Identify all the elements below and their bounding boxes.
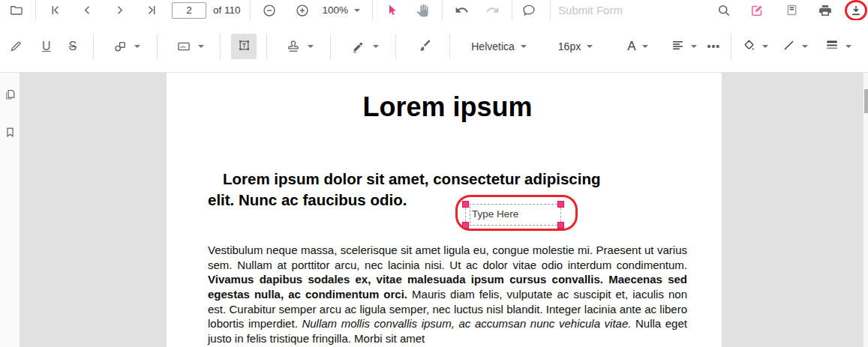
print-button[interactable]: [815, 1, 835, 20]
font-family-dropdown[interactable]: Helvetica: [471, 40, 527, 52]
form-edit-icon: [749, 3, 764, 18]
chevron-down-icon: [642, 45, 648, 48]
hand-icon: [416, 4, 429, 17]
download-button[interactable]: [848, 2, 864, 19]
underline-button[interactable]: U: [42, 40, 51, 53]
first-page-button[interactable]: [45, 1, 65, 20]
fill-color-icon: [742, 38, 756, 55]
next-page-button[interactable]: [110, 1, 129, 20]
resize-handle-bottom-right[interactable]: [557, 222, 564, 229]
draw-tool-button[interactable]: [6, 37, 26, 56]
type-here-field[interactable]: Type Here: [465, 204, 561, 226]
search-button[interactable]: [714, 1, 734, 20]
page-number-input[interactable]: [172, 2, 206, 19]
bookmark-icon: [4, 126, 17, 139]
body-text-normal: Vestibulum neque massa, scelerisque sit …: [208, 244, 687, 271]
type-here-label: Type Here: [472, 208, 518, 220]
divider: [250, 0, 251, 20]
notes-button[interactable]: [782, 1, 801, 20]
shapes-icon: [112, 37, 128, 56]
document-title: Lorem ipsum: [208, 92, 687, 122]
align-dropdown[interactable]: [671, 38, 697, 55]
chevron-down-icon: [845, 45, 851, 48]
pencil-icon: [9, 39, 23, 53]
pan-tool-button[interactable]: [413, 1, 432, 20]
zoom-in-button[interactable]: [293, 1, 312, 20]
resize-handle-top-right[interactable]: [557, 201, 564, 208]
brush-tool-button[interactable]: [415, 37, 434, 56]
folder-icon: [9, 3, 23, 17]
undo-button[interactable]: [452, 1, 471, 20]
signature-pen-icon: [350, 37, 367, 56]
chevron-down-icon: [802, 45, 808, 48]
last-page-button[interactable]: [142, 1, 161, 20]
bookmarks-panel-button[interactable]: [2, 124, 18, 140]
zoom-in-icon: [295, 3, 310, 18]
last-page-icon: [145, 3, 159, 17]
divider: [266, 34, 267, 59]
document-icon: [785, 3, 799, 17]
divider: [330, 34, 331, 59]
chevron-left-icon: [80, 3, 95, 17]
chevron-down-icon: [373, 45, 379, 48]
divider: [442, 0, 443, 20]
line-weight-icon: [824, 37, 839, 55]
submit-form-button[interactable]: Submit Form: [558, 4, 623, 16]
chevron-down-icon: [354, 9, 360, 12]
image-icon: [176, 37, 192, 56]
divider: [449, 34, 450, 59]
line-tool-dropdown[interactable]: [782, 38, 808, 55]
undo-icon: [455, 3, 469, 17]
chevron-down-icon: [308, 45, 314, 48]
zoom-out-button[interactable]: [260, 1, 279, 20]
select-cursor-icon: [385, 3, 399, 17]
font-size-value: 16px: [558, 40, 581, 52]
comment-tool-button[interactable]: [519, 1, 539, 20]
annotation-circle-download: [845, 0, 867, 21]
divider: [93, 34, 94, 59]
printer-icon: [818, 3, 833, 18]
line-icon: [782, 38, 796, 55]
stamp-dropdown[interactable]: [285, 37, 314, 56]
textbox-tool-button[interactable]: [231, 34, 257, 59]
font-size-dropdown[interactable]: 16px: [558, 40, 593, 52]
divider: [395, 34, 396, 59]
font-color-icon: A: [627, 39, 635, 54]
fill-color-dropdown[interactable]: [742, 38, 768, 55]
divider: [35, 0, 36, 20]
page-count-label: of 110: [213, 4, 241, 16]
thumbnails-panel-button[interactable]: [2, 86, 18, 103]
font-color-dropdown[interactable]: A: [627, 39, 647, 54]
textbox-icon: [236, 37, 252, 55]
more-options-button[interactable]: •••: [707, 40, 721, 52]
divider: [220, 34, 221, 59]
redo-button[interactable]: [482, 1, 502, 20]
signature-dropdown[interactable]: [350, 37, 379, 56]
format-toolbar: U S Helvetica: [0, 20, 868, 73]
select-tool-button[interactable]: [382, 1, 401, 20]
heading-line-2: elit. Nunc ac faucibus odio.: [208, 190, 687, 211]
document-heading: Lorem ipsum dolor sit amet, consectetur …: [208, 169, 687, 210]
main-toolbar: of 110 100% Submit Form: [0, 0, 868, 20]
resize-handle-bottom-left[interactable]: [462, 222, 469, 229]
form-edit-button[interactable]: [747, 1, 767, 20]
scrollbar[interactable]: [863, 73, 868, 347]
brush-icon: [417, 39, 432, 54]
shapes-dropdown[interactable]: [112, 37, 140, 56]
previous-page-button[interactable]: [77, 1, 97, 20]
pages-panel-button[interactable]: [6, 1, 26, 20]
chevron-down-icon: [134, 45, 140, 48]
scrollbar-thumb[interactable]: [864, 89, 868, 113]
chevron-right-icon: [113, 3, 127, 17]
divider: [372, 0, 373, 20]
line-weight-dropdown[interactable]: [824, 37, 851, 55]
image-dropdown[interactable]: [176, 37, 204, 56]
strikethrough-button[interactable]: S: [69, 40, 77, 53]
text-cursor: [470, 206, 470, 223]
zoom-level-dropdown[interactable]: 100%: [323, 4, 361, 16]
resize-handle-top-left[interactable]: [462, 201, 469, 208]
chevron-down-icon: [198, 45, 204, 48]
stamp-icon: [285, 37, 302, 56]
document-canvas[interactable]: Lorem ipsum Lorem ipsum dolor sit amet, …: [20, 73, 868, 347]
body-paragraph: Vestibulum neque massa, scelerisque sit …: [208, 243, 687, 346]
